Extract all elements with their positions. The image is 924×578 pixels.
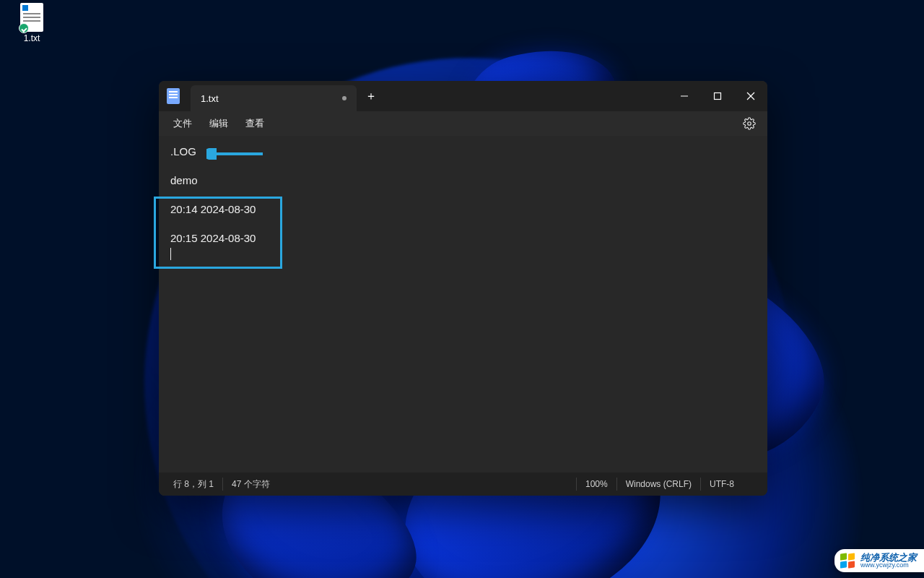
menu-view[interactable]: 查看 <box>238 114 271 133</box>
editor-line: demo <box>170 173 756 188</box>
notepad-window: 1.txt ＋ 文件 编辑 查看 .LOG <box>159 81 767 496</box>
status-encoding[interactable]: UTF-8 <box>710 479 767 489</box>
new-tab-button[interactable]: ＋ <box>357 81 385 111</box>
titlebar[interactable]: 1.txt ＋ <box>159 81 767 111</box>
close-button[interactable] <box>734 81 767 111</box>
status-char-count: 47 个字符 <box>232 478 270 491</box>
minimize-button[interactable] <box>668 81 701 111</box>
svg-point-4 <box>748 122 751 126</box>
svg-rect-1 <box>715 93 721 100</box>
status-position: 行 8，列 1 <box>173 478 214 491</box>
text-editor[interactable]: .LOG demo 20:14 2024-08-30 20:15 2024-08… <box>159 136 767 473</box>
watermark-logo-icon <box>840 553 855 568</box>
desktop-file-1txt[interactable]: 1.txt <box>10 3 53 43</box>
editor-line: 20:15 2024-08-30 <box>170 231 756 246</box>
menu-file[interactable]: 文件 <box>166 114 199 133</box>
editor-line: .LOG <box>170 144 756 159</box>
tab-1txt[interactable]: 1.txt <box>191 85 357 111</box>
unsaved-indicator-icon <box>342 96 346 100</box>
watermark-url: www.ycwjzy.com <box>860 562 917 569</box>
notepad-app-icon <box>159 81 188 111</box>
editor-line: 20:14 2024-08-30 <box>170 202 756 217</box>
menubar: 文件 编辑 查看 <box>159 111 767 136</box>
statusbar: 行 8，列 1 47 个字符 100% Windows (CRLF) UTF-8 <box>159 473 767 496</box>
text-cursor-icon <box>170 248 171 260</box>
editor-line <box>170 188 756 202</box>
status-zoom[interactable]: 100% <box>585 479 608 489</box>
status-line-ending[interactable]: Windows (CRLF) <box>626 479 692 489</box>
tab-title: 1.txt <box>201 93 219 104</box>
text-file-icon <box>20 3 43 32</box>
sync-check-badge-icon <box>19 23 29 33</box>
desktop-file-label: 1.txt <box>10 33 53 43</box>
editor-line <box>170 246 756 260</box>
maximize-button[interactable] <box>701 81 734 111</box>
watermark-badge: 纯净系统之家 www.ycwjzy.com <box>834 549 924 572</box>
settings-button[interactable] <box>738 113 760 134</box>
editor-line <box>170 159 756 173</box>
editor-line <box>170 217 756 231</box>
menu-edit[interactable]: 编辑 <box>202 114 235 133</box>
